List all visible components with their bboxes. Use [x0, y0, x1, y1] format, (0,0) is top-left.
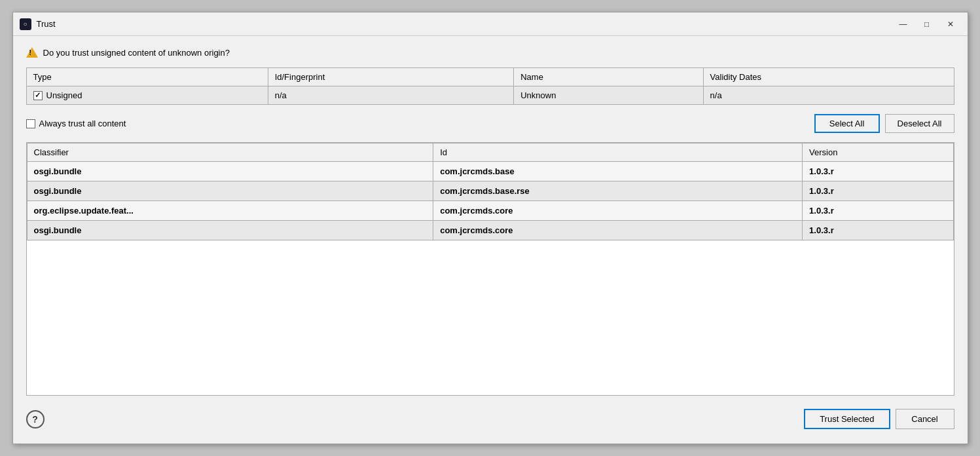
validity-dates-cell: n/a: [703, 86, 954, 105]
trust-dialog: ○ Trust — □ ✕ Do you trust unsigned cont…: [12, 12, 968, 444]
id-cell: com.jcrcmds.base.rse: [433, 181, 803, 201]
unsigned-label: Unsigned: [46, 90, 82, 100]
col-type: Type: [26, 68, 268, 86]
unsigned-checkbox[interactable]: [33, 91, 43, 100]
id-cell: com.jcrcmds.core: [433, 201, 803, 221]
table-row: osgi.bundle com.jcrcmds.core 1.0.3.r: [27, 221, 953, 240]
version-cell: 1.0.3.r: [803, 162, 953, 181]
cancel-button[interactable]: Cancel: [896, 409, 954, 429]
trust-selected-button[interactable]: Trust Selected: [804, 409, 890, 429]
table-row: osgi.bundle com.jcrcmds.base 1.0.3.r: [27, 162, 953, 181]
id-cell: com.jcrcmds.core: [433, 221, 803, 240]
maximize-button[interactable]: □: [916, 17, 937, 31]
classifier-cell: osgi.bundle: [27, 162, 433, 181]
id-cell: com.jcrcmds.base: [433, 162, 803, 181]
col-id-fingerprint: Id/Fingerprint: [268, 68, 514, 86]
version-cell: 1.0.3.r: [803, 201, 953, 221]
always-trust-text: Always trust all content: [39, 119, 126, 128]
table-row: Unsigned n/a Unknown n/a: [26, 86, 954, 105]
middle-row: Always trust all content Select All Dese…: [26, 114, 954, 133]
col-version: Version: [803, 143, 953, 162]
col-classifier: Classifier: [27, 143, 433, 162]
version-cell: 1.0.3.r: [803, 181, 953, 201]
name-cell: Unknown: [514, 86, 703, 105]
table-row: org.eclipse.update.feat... com.jcrcmds.c…: [27, 201, 953, 221]
minimize-button[interactable]: —: [893, 17, 914, 31]
plugins-table: Classifier Id Version osgi.bundle com.jc…: [27, 143, 954, 240]
always-trust-checkbox[interactable]: [26, 119, 35, 128]
version-cell: 1.0.3.r: [803, 221, 953, 240]
title-bar-left: ○ Trust: [20, 18, 56, 30]
close-button[interactable]: ✕: [940, 17, 961, 31]
classifier-cell: org.eclipse.update.feat...: [27, 201, 433, 221]
warning-row: Do you trust unsigned content of unknown…: [26, 47, 954, 58]
help-button[interactable]: ?: [26, 410, 45, 428]
col-id: Id: [433, 143, 803, 162]
col-validity-dates: Validity Dates: [703, 68, 954, 86]
always-trust-label[interactable]: Always trust all content: [26, 119, 126, 128]
warning-message: Do you trust unsigned content of unknown…: [43, 48, 230, 58]
window-title: Trust: [37, 19, 56, 29]
type-cell: Unsigned: [26, 86, 268, 105]
classifier-cell: osgi.bundle: [27, 221, 433, 240]
select-all-button[interactable]: Select All: [814, 114, 880, 133]
col-name: Name: [514, 68, 703, 86]
deselect-all-button[interactable]: Deselect All: [885, 114, 954, 133]
app-icon: ○: [20, 18, 31, 30]
warning-triangle: [26, 47, 38, 58]
title-bar: ○ Trust — □ ✕: [13, 12, 968, 36]
table-row: osgi.bundle com.jcrcmds.base.rse 1.0.3.r: [27, 181, 953, 201]
id-fingerprint-cell: n/a: [268, 86, 514, 105]
checkbox-cell: Unsigned: [33, 90, 261, 100]
select-buttons: Select All Deselect All: [814, 114, 954, 133]
footer-row: ? Trust Selected Cancel: [26, 405, 954, 433]
warning-icon: [26, 47, 38, 58]
classifier-cell: osgi.bundle: [27, 181, 433, 201]
window-content: Do you trust unsigned content of unknown…: [13, 36, 968, 444]
plugins-table-container: Classifier Id Version osgi.bundle com.jc…: [26, 142, 954, 396]
title-bar-controls: — □ ✕: [893, 17, 961, 31]
top-certificates-table: Type Id/Fingerprint Name Validity Dates …: [26, 67, 954, 105]
footer-buttons: Trust Selected Cancel: [804, 409, 954, 429]
